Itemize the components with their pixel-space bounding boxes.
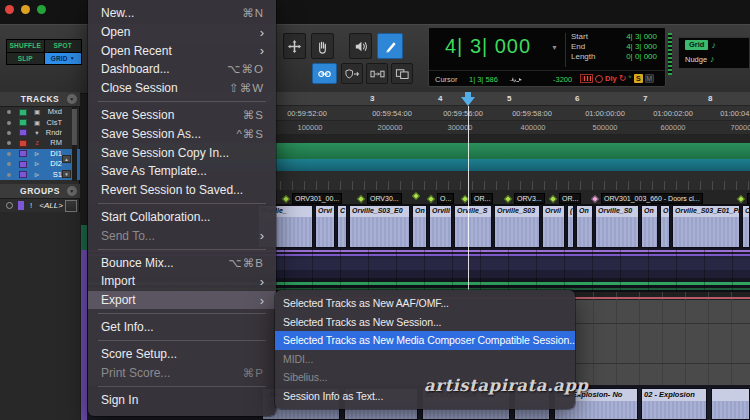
mode-button-shuffle[interactable]: SHUFFLE — [7, 40, 44, 52]
menu-item-import[interactable]: Import› — [88, 272, 276, 291]
group-item-all[interactable]: ! <ALL> — [0, 199, 80, 212]
menu-item-revert-session-to-saved[interactable]: Revert Session to Saved... — [88, 181, 276, 200]
counter-divider — [565, 33, 566, 67]
link-selection-button[interactable] — [312, 63, 337, 84]
menu-item-save-session-copy-in[interactable]: Save Session Copy In... — [88, 143, 276, 162]
clip-o[interactable]: O — [742, 205, 750, 248]
link-icon — [317, 68, 332, 80]
dual-windows-icon — [395, 68, 410, 80]
trim-tool-button[interactable] — [283, 33, 306, 59]
edge-track-color-green — [81, 225, 87, 250]
clip-orvi[interactable]: Orvi — [315, 205, 335, 248]
track-row-rndr[interactable]: ▾Rndr — [0, 128, 80, 138]
start-value[interactable]: 4| 3| 000 — [626, 32, 657, 42]
marker-o[interactable]: O... — [428, 193, 454, 204]
clip-o[interactable]: O — [660, 205, 670, 248]
clip-orvil[interactable]: Orvil — [542, 205, 565, 248]
clip-02-explosion[interactable]: 02 - Explosion — [641, 388, 707, 420]
clip-orville-s[interactable]: Orville_S — [454, 205, 492, 248]
menu-item-sign-in[interactable]: Sign In — [88, 391, 276, 410]
insertion-follows-button[interactable] — [366, 63, 388, 84]
track-row-rm[interactable]: ᴢRM — [0, 138, 80, 148]
submenu-item-selected-tracks-as-new-media-composer-compatible-session[interactable]: Selected Tracks as New Media Composer Co… — [275, 331, 575, 350]
mute-indicator[interactable]: M — [645, 74, 654, 83]
menu-item-new[interactable]: New...⌘N — [88, 4, 276, 23]
track-type-icon: ⊳ — [31, 171, 43, 179]
marker-or[interactable]: OR... — [462, 193, 493, 204]
clip-on[interactable]: On — [641, 205, 658, 248]
marker-orv301-003-660-doors-cl[interactable]: ORV301_003_660 - Doors cl... — [592, 193, 703, 204]
clip-on[interactable]: On — [412, 205, 427, 248]
end-value[interactable]: 4| 3| 000 — [626, 42, 657, 52]
group-icon[interactable] — [65, 200, 77, 212]
minimize-window-button[interactable] — [21, 5, 30, 14]
mode-button-slip[interactable]: SLIP — [7, 53, 44, 65]
marker-orv3[interactable]: ORV3... — [505, 193, 545, 204]
mode-button-grid[interactable]: GRID▼ — [45, 53, 82, 65]
scrubber-tool-button[interactable] — [349, 33, 372, 59]
elastic-audio-icon[interactable] — [580, 74, 593, 83]
menu-item-save-as-template[interactable]: Save As Template... — [88, 162, 276, 181]
clip-orvili[interactable]: Orvili — [429, 205, 452, 248]
menu-item-score-setup[interactable]: Score Setup... — [88, 345, 276, 364]
trim-tool-icon — [287, 39, 302, 54]
menu-item-dashboard[interactable]: Dashboard...⌥⌘O — [88, 60, 276, 79]
marker-orv30[interactable]: ORV30... — [358, 193, 402, 204]
grid-value-chip[interactable]: Grid — [685, 40, 708, 50]
menu-item-get-info[interactable]: Get Info... — [88, 318, 276, 337]
clip-orville-s03-e01-pri[interactable]: Orville_S03_E01_Pri — [672, 205, 740, 248]
menu-item-shortcut: ⌘P — [243, 366, 264, 380]
menu-item-open-recent[interactable]: Open Recent› — [88, 41, 276, 60]
groups-menu-button[interactable]: ▼ — [67, 186, 77, 196]
marker-o[interactable]: O... — [738, 193, 750, 204]
close-window-button[interactable] — [5, 5, 14, 14]
marker-diamond-icon — [737, 194, 745, 202]
track-row-clst[interactable]: ▣ClsT — [0, 117, 80, 127]
menu-item-export[interactable]: Export› — [88, 291, 276, 310]
mode-button-spot[interactable]: SPOT — [45, 40, 82, 52]
pencil-tool-button[interactable] — [377, 33, 403, 59]
menu-item-bounce-mix[interactable]: Bounce Mix...⌥⌘B — [88, 253, 276, 272]
playback-shield-button[interactable] — [341, 63, 363, 84]
menu-item-label: Start Collaboration... — [101, 210, 210, 224]
marker-orv301-00[interactable]: ORV301_00... — [283, 193, 342, 204]
submenu-item-selected-tracks-as-new-session[interactable]: Selected Tracks as New Session... — [275, 313, 575, 332]
delay-indicator[interactable]: Dly — [605, 74, 617, 83]
clip-on[interactable]: On — [576, 205, 593, 248]
menu-item-start-collaboration[interactable]: Start Collaboration... — [88, 208, 276, 227]
scroll-down-button[interactable]: ▼ — [62, 170, 71, 178]
marker-label: ORV3... — [514, 193, 545, 204]
menu-item-save-session-as[interactable]: Save Session As...^⌘S — [88, 125, 276, 144]
clip-orville-s03[interactable]: Orville_S03 — [494, 205, 540, 248]
marker-or[interactable]: OR... — [550, 193, 581, 204]
tracks-menu-button[interactable]: ▼ — [67, 94, 77, 104]
zoom-window-button[interactable] — [37, 5, 46, 14]
menu-item-close-session[interactable]: Close Session⇧⌘W — [88, 79, 276, 98]
grabber-tool-button[interactable] — [311, 33, 334, 59]
marker-item[interactable] — [413, 193, 419, 199]
counter-dropdown-icon[interactable]: ▼ — [551, 44, 558, 51]
track-list-scrollbar[interactable] — [72, 107, 77, 181]
timebase-clock-icon[interactable] — [595, 75, 603, 83]
timecode-label: 00:59:56:00 — [443, 109, 483, 118]
playhead-icon[interactable] — [461, 97, 475, 106]
clip-unnamed[interactable]: ( — [567, 205, 574, 248]
scrollbar-thumb[interactable] — [72, 109, 77, 145]
track-row-mxd[interactable]: ▣Mxd — [0, 107, 80, 117]
grid-note-icon[interactable]: ♪ — [711, 41, 716, 50]
scroll-up-button[interactable]: ▲ — [62, 155, 71, 163]
length-value[interactable]: 0| 0| 000 — [626, 52, 657, 62]
clip-orville-s0[interactable]: Orville_S0 — [595, 205, 639, 248]
clip-waveform — [568, 217, 573, 247]
nudge-note-icon[interactable]: ♪ — [710, 55, 715, 64]
clip-orville-s03-e0[interactable]: Orville_S03_E0 — [349, 205, 410, 248]
clip-item[interactable] — [711, 388, 750, 420]
clip-c[interactable]: C — [337, 205, 347, 248]
menu-item-save-session[interactable]: Save Session⌘S — [88, 106, 276, 125]
menu-item-open[interactable]: Open› — [88, 23, 276, 42]
solo-indicator[interactable]: S — [634, 74, 643, 83]
dual-windows-button[interactable] — [391, 63, 413, 84]
submenu-item-selected-tracks-as-new-aaf-omf[interactable]: Selected Tracks as New AAF/OMF... — [275, 294, 575, 313]
loop-arrow-icon[interactable]: ↻ — [619, 74, 627, 83]
main-counter-value[interactable]: 4| 3| 000 — [445, 35, 531, 58]
